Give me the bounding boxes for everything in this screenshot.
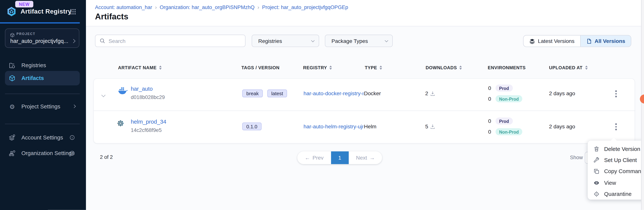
quarantine-target-icon: [593, 191, 600, 197]
menu-item-label: Set Up Client: [604, 157, 637, 164]
column-label: TYPE: [365, 65, 377, 70]
artifact-name-link[interactable]: har_auto: [131, 86, 153, 92]
chevron-down-icon: [385, 39, 388, 42]
breadcrumb-separator-icon: ›: [258, 4, 259, 10]
wrench-icon: [593, 157, 600, 164]
project-selector[interactable]: PROJECT har_auto_projectjvfgq...: [5, 28, 79, 48]
artifacts-table: har_auto d018b028bc29 break latest har-a…: [93, 78, 635, 143]
search-icon: [100, 38, 105, 44]
prev-label: Prev: [312, 155, 324, 161]
all-versions-button[interactable]: All Versions: [580, 35, 631, 46]
env-prod-count: 0: [488, 118, 494, 124]
arrow-left-icon: ←: [305, 155, 310, 161]
registry-link[interactable]: har-auto-helm-registry-ujn...: [304, 123, 364, 130]
breadcrumb: Account: automation_har › Organization: …: [95, 4, 348, 10]
sidebar-item-organization-settings[interactable]: Organization Settings: [5, 146, 80, 160]
column-header-artifact-name[interactable]: ARTIFACT NAME: [118, 65, 162, 70]
env-nonprod-cell: 0 Non-Prod: [488, 95, 522, 102]
expand-chevron-icon: [72, 105, 75, 108]
project-name: har_auto_projectjvfgq...: [10, 38, 73, 44]
downloads-count: 5: [425, 123, 428, 130]
sort-icon: [159, 66, 162, 70]
column-header-type[interactable]: TYPE: [365, 65, 382, 70]
sidebar-item-label: Organization Settings: [22, 150, 74, 156]
package-types-filter-label: Package Types: [332, 38, 368, 44]
downloads-count: 2: [425, 90, 428, 96]
page-title: Artifacts: [95, 12, 128, 22]
table-row[interactable]: ☸ helm_prod_34 14c2cf68f9e5 0.1.0 har-au…: [94, 112, 635, 144]
sidebar-item-account-settings[interactable]: Account Settings: [5, 131, 80, 144]
prev-page-button[interactable]: ← Prev: [298, 151, 331, 164]
menu-item-label: Delete Version: [604, 146, 640, 152]
sidebar-accent-line: [0, 22, 80, 23]
docker-icon: [118, 87, 128, 96]
sidebar-item-artifacts[interactable]: Artifacts: [5, 71, 80, 85]
env-prod-cell: 0 Prod: [488, 84, 513, 91]
menu-item-label: View: [604, 180, 616, 186]
menu-item-set-up-client[interactable]: Set Up Client: [588, 155, 644, 166]
pagination: ← Prev 1 Next →: [298, 151, 382, 164]
column-label: UPLOADED AT: [549, 65, 583, 70]
sidebar-item-project-settings[interactable]: ⚙ Project Settings: [5, 100, 80, 113]
page-header: Account: automation_har › Organization: …: [86, 0, 644, 26]
menu-item-view[interactable]: View: [588, 177, 644, 188]
results-count: 2 of 2: [100, 154, 113, 160]
breadcrumb-project-link[interactable]: Project: har_auto_projectjvfgqOPGEp: [262, 4, 348, 10]
version-badge: 0.1.0: [242, 123, 262, 130]
app-grid-icon[interactable]: [70, 9, 76, 17]
downloads-cell: 5: [425, 123, 435, 130]
breadcrumb-account-link[interactable]: Account: automation_har: [95, 4, 152, 10]
arrow-right-icon: →: [370, 155, 375, 161]
nonprod-badge: Non-Prod: [496, 128, 522, 135]
column-header-registry[interactable]: REGISTRY: [303, 65, 332, 70]
current-page-button[interactable]: 1: [331, 151, 349, 164]
registry-link[interactable]: har-auto-docker-registry-r...: [304, 90, 364, 96]
tag-badge: latest: [267, 89, 287, 97]
column-label: DOWNLOADS: [426, 65, 457, 70]
table-header-row: ARTIFACT NAME TAGS / VERSION REGISTRY TY…: [93, 64, 635, 73]
column-header-tags-version: TAGS / VERSION: [241, 65, 280, 70]
help-bubble-button[interactable]: [640, 94, 644, 103]
project-chevron-icon: [72, 37, 75, 44]
env-prod-count: 0: [488, 85, 494, 91]
menu-item-quarantine[interactable]: Quarantine: [588, 188, 644, 200]
app-window: NEW Artifact Registry: [0, 0, 644, 210]
column-label: ARTIFACT NAME: [118, 65, 156, 70]
column-header-downloads[interactable]: DOWNLOADS: [426, 65, 462, 70]
column-label: REGISTRY: [303, 65, 327, 70]
sort-icon: [585, 66, 588, 70]
downloads-cell: 2: [425, 90, 435, 96]
row-actions-menu-button[interactable]: [612, 121, 620, 132]
table-row[interactable]: har_auto d018b028bc29 break latest har-a…: [94, 79, 635, 111]
search-input[interactable]: [109, 38, 232, 44]
env-prod-cell: 0 Prod: [488, 118, 513, 125]
info-icon[interactable]: [70, 135, 75, 140]
row-actions-context-menu: Delete Version Set Up Client Copy Comman…: [588, 141, 644, 199]
next-page-button[interactable]: Next →: [349, 151, 382, 164]
vertical-scrollbar[interactable]: [641, 0, 644, 210]
tags-cell: break latest: [242, 89, 290, 97]
column-label: ENVIRONMENTS: [488, 65, 526, 70]
breadcrumb-organization-link[interactable]: Organization: har_auto_orgBPiSNPMzhQ: [160, 4, 255, 10]
column-header-uploaded-at[interactable]: UPLOADED AT: [549, 65, 588, 70]
type-cell: Docker: [364, 90, 381, 96]
registries-filter[interactable]: Registries: [252, 35, 319, 47]
helm-icon: ☸: [117, 119, 124, 127]
versions-toggle: Latest Versions All Versions: [523, 35, 632, 47]
sidebar-item-registries[interactable]: Registries: [5, 59, 80, 72]
menu-item-copy-command[interactable]: Copy Command: [588, 166, 644, 177]
latest-versions-button[interactable]: Latest Versions: [524, 35, 580, 46]
env-nonprod-cell: 0 Non-Prod: [488, 128, 522, 135]
menu-item-delete-version[interactable]: Delete Version: [588, 144, 644, 155]
row-expander-icon[interactable]: [102, 92, 105, 98]
artifact-name-link[interactable]: helm_prod_34: [131, 119, 166, 125]
info-icon[interactable]: [70, 150, 75, 156]
row-actions-menu-button[interactable]: [612, 88, 620, 99]
menu-item-label: Copy Command: [604, 168, 644, 175]
breadcrumb-separator-icon: ›: [155, 4, 157, 10]
package-types-filter[interactable]: Package Types: [325, 35, 393, 47]
organization-settings-icon: [9, 149, 16, 156]
uploaded-at-cell: 2 days ago: [549, 90, 575, 96]
artifact-digest: 14c2cf68f9e5: [131, 127, 162, 133]
latest-versions-label: Latest Versions: [538, 38, 574, 44]
